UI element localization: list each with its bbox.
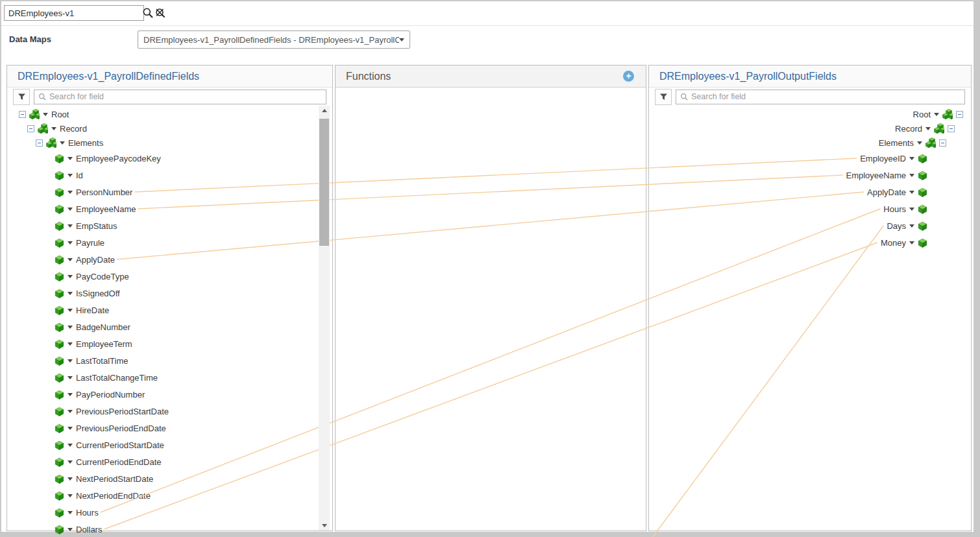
filter-button[interactable]: [13, 89, 30, 105]
filter-button[interactable]: [655, 89, 672, 105]
tree-item-LastTotalTime[interactable]: LastTotalTime: [7, 352, 332, 369]
field-label: EmployeeName: [76, 204, 136, 214]
down-triangle-icon[interactable]: [67, 427, 73, 430]
down-triangle-icon[interactable]: [67, 477, 73, 481]
down-triangle-icon[interactable]: [67, 258, 73, 261]
down-triangle-icon[interactable]: [67, 241, 73, 245]
top-search-input[interactable]: [4, 5, 144, 21]
collapse-minus-box[interactable]: [948, 125, 955, 132]
down-triangle-icon[interactable]: [67, 460, 73, 464]
down-triangle-icon[interactable]: [67, 326, 73, 329]
green-cube-icon: [918, 154, 927, 163]
down-triangle-icon[interactable]: [909, 224, 914, 228]
tree-item-Elements[interactable]: Elements: [7, 136, 332, 150]
tree-item-Payrule[interactable]: Payrule: [7, 234, 332, 251]
tree-item-PreviousPeriodEndDate[interactable]: PreviousPeriodEndDate: [7, 420, 332, 436]
green-cube-icon: [55, 474, 64, 484]
source-search-input[interactable]: [49, 90, 326, 104]
tree-item-EmployeeName[interactable]: EmployeeName: [7, 200, 332, 217]
down-triangle-icon[interactable]: [909, 191, 914, 194]
scroll-up-button[interactable]: [319, 106, 330, 115]
down-triangle-icon[interactable]: [909, 208, 914, 211]
down-triangle-icon[interactable]: [67, 174, 73, 177]
tree-item-Record[interactable]: Record: [649, 121, 971, 136]
tree-item-PayCodeType[interactable]: PayCodeType: [7, 268, 332, 285]
magnifier-icon[interactable]: [142, 7, 154, 19]
tree-item-Hours[interactable]: Hours: [649, 200, 971, 217]
magnifier-x-icon[interactable]: [154, 7, 166, 19]
down-triangle-icon[interactable]: [917, 141, 922, 145]
down-triangle-icon[interactable]: [909, 174, 914, 177]
down-triangle-icon[interactable]: [67, 275, 73, 278]
tree-item-Root[interactable]: Root: [649, 107, 971, 121]
down-triangle-icon[interactable]: [67, 342, 73, 346]
target-search-input[interactable]: [691, 90, 964, 104]
tree-item-PayPeriodNumber[interactable]: PayPeriodNumber: [7, 386, 332, 403]
green-cube-icon: [55, 457, 64, 467]
tree-item-ApplyDate[interactable]: ApplyDate: [649, 184, 971, 200]
down-triangle-icon[interactable]: [67, 376, 73, 379]
tree-item-EmpStatus[interactable]: EmpStatus: [7, 217, 332, 234]
tree-item-IsSignedOff[interactable]: IsSignedOff: [7, 285, 332, 302]
add-function-button[interactable]: +: [623, 71, 634, 82]
tree-item-NextPeriodStartDate[interactable]: NextPeriodStartDate: [7, 470, 332, 487]
down-triangle-icon[interactable]: [60, 141, 65, 145]
tree-item-Hours[interactable]: Hours: [7, 504, 332, 521]
tree-item-Dollars[interactable]: Dollars: [7, 521, 332, 537]
down-triangle-icon[interactable]: [67, 191, 73, 194]
down-triangle-icon[interactable]: [67, 157, 73, 160]
tree-item-PreviousPeriodStartDate[interactable]: PreviousPeriodStartDate: [7, 403, 332, 420]
tree-item-BadgeNumber[interactable]: BadgeNumber: [7, 318, 332, 335]
collapse-minus-box[interactable]: [27, 125, 34, 132]
down-triangle-icon[interactable]: [67, 208, 73, 211]
tree-item-Root[interactable]: Root: [7, 107, 332, 121]
tree-item-CurrentPeriodStartDate[interactable]: CurrentPeriodStartDate: [7, 436, 332, 453]
top-bar: [1, 1, 974, 26]
down-triangle-icon[interactable]: [67, 410, 73, 413]
collapse-minus-box[interactable]: [19, 111, 26, 118]
down-triangle-icon[interactable]: [67, 494, 73, 497]
tree-item-NextPeriodEndDate[interactable]: NextPeriodEndDate: [7, 487, 332, 504]
collapse-spacer: [931, 222, 938, 230]
green-cube-icon: [55, 204, 64, 214]
field-label: ApplyDate: [867, 187, 906, 197]
down-triangle-icon[interactable]: [909, 241, 914, 245]
tree-item-ApplyDate[interactable]: ApplyDate: [7, 251, 332, 268]
field-label: NextPeriodEndDate: [76, 491, 151, 501]
down-triangle-icon[interactable]: [67, 511, 73, 514]
down-triangle-icon[interactable]: [51, 127, 56, 130]
down-triangle-icon[interactable]: [67, 444, 73, 447]
collapse-spacer: [44, 442, 51, 449]
tree-item-HireDate[interactable]: HireDate: [7, 302, 332, 318]
tree-item-CurrentPeriodEndDate[interactable]: CurrentPeriodEndDate: [7, 453, 332, 470]
functions-panel-header: Functions: [336, 66, 646, 88]
tree-item-Id[interactable]: Id: [7, 167, 332, 184]
scroll-thumb[interactable]: [319, 119, 329, 246]
tree-item-PersonNumber[interactable]: PersonNumber: [7, 184, 332, 200]
down-triangle-icon[interactable]: [67, 292, 73, 295]
down-triangle-icon[interactable]: [67, 359, 73, 363]
down-triangle-icon[interactable]: [925, 127, 931, 130]
tree-item-EmployeeTerm[interactable]: EmployeeTerm: [7, 335, 332, 352]
tree-item-Elements[interactable]: Elements: [649, 136, 971, 150]
tree-item-Record[interactable]: Record: [7, 121, 332, 136]
vertical-scrollbar[interactable]: [319, 106, 330, 531]
down-triangle-icon[interactable]: [67, 224, 73, 228]
collapse-minus-box[interactable]: [36, 139, 43, 147]
down-triangle-icon[interactable]: [67, 528, 73, 531]
scroll-down-button[interactable]: [319, 521, 330, 531]
tree-item-Days[interactable]: Days: [649, 217, 971, 234]
down-triangle-icon[interactable]: [934, 113, 939, 116]
down-triangle-icon[interactable]: [67, 393, 73, 396]
tree-item-EmployeeName[interactable]: EmployeeName: [649, 167, 971, 184]
down-triangle-icon[interactable]: [67, 309, 73, 312]
tree-item-EmployeeID[interactable]: EmployeeID: [649, 150, 971, 167]
collapse-minus-box[interactable]: [956, 111, 963, 118]
tree-item-EmployeePaycodeKey[interactable]: EmployeePaycodeKey: [7, 150, 332, 167]
down-triangle-icon[interactable]: [909, 157, 914, 160]
tree-item-Money[interactable]: Money: [649, 234, 971, 251]
collapse-minus-box[interactable]: [939, 139, 946, 147]
data-map-select[interactable]: DREmployees-v1_PayrollDefinedFields - DR…: [138, 30, 410, 49]
down-triangle-icon[interactable]: [43, 113, 48, 116]
tree-item-LastTotalChangeTime[interactable]: LastTotalChangeTime: [7, 369, 332, 386]
